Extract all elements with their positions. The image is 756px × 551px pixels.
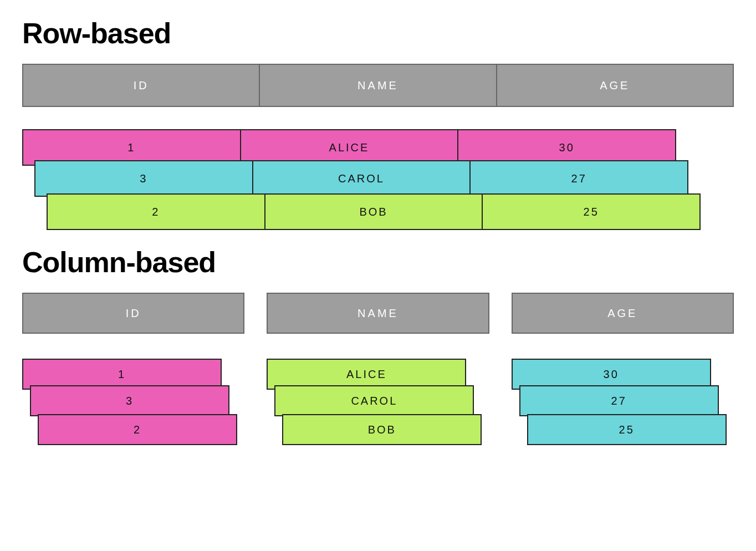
row-based-row-3: 2 BOB 25 <box>47 193 701 230</box>
row-header: ID NAME AGE <box>22 64 734 107</box>
col-header-id: ID <box>22 293 244 334</box>
row2-name: CAROL <box>253 161 471 196</box>
col-age-cell-3: 25 <box>527 414 727 445</box>
row1-name: ALICE <box>241 130 459 165</box>
row-header-name: NAME <box>260 65 497 106</box>
row-based-row-2: 3 CAROL 27 <box>34 160 688 197</box>
col-section-title: Column-based <box>22 246 734 279</box>
row2-age: 27 <box>471 161 687 196</box>
col-name-cell-2: CAROL <box>274 385 474 416</box>
col-id-cell-2: 3 <box>30 385 229 416</box>
row1-age: 30 <box>458 130 675 165</box>
row-section-title: Row-based <box>22 17 734 50</box>
col-stack-id: 1 3 2 <box>22 359 244 458</box>
row-header-id: ID <box>23 65 260 106</box>
row2-id: 3 <box>35 161 253 196</box>
col-name-cell-3: BOB <box>282 414 482 445</box>
col-area: ID 1 3 2 NAME ALICE CAROL BOB AGE 30 27 … <box>22 293 734 458</box>
col-group-name: NAME ALICE CAROL BOB <box>267 293 489 458</box>
col-stack-age: 30 27 25 <box>512 359 734 458</box>
col-group-id: ID 1 3 2 <box>22 293 244 458</box>
row-stack: 1 ALICE 30 3 CAROL 27 2 BOB 25 <box>22 129 734 240</box>
row1-id: 1 <box>23 130 241 165</box>
row3-age: 25 <box>483 195 699 229</box>
row3-id: 2 <box>48 195 265 229</box>
col-age-cell-2: 27 <box>519 385 719 416</box>
col-header-name: NAME <box>267 293 489 334</box>
col-group-age: AGE 30 27 25 <box>512 293 734 458</box>
col-header-age: AGE <box>512 293 734 334</box>
row-header-age: AGE <box>497 65 733 106</box>
row3-name: BOB <box>265 195 483 229</box>
col-id-cell-3: 2 <box>38 414 237 445</box>
col-stack-name: ALICE CAROL BOB <box>267 359 489 458</box>
